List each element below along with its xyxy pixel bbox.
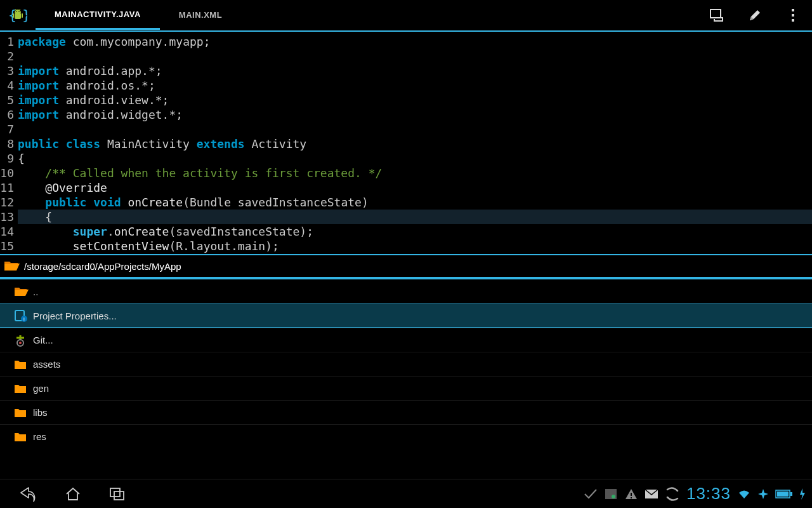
folder-open-up-icon: [14, 286, 33, 297]
tab-main-xml[interactable]: MAIN.XML: [160, 0, 241, 30]
svg-rect-29: [790, 492, 792, 496]
code-line[interactable]: super.onCreate(savedInstanceState);: [18, 224, 812, 239]
folder-icon: [14, 384, 33, 394]
svg-rect-21: [114, 491, 124, 500]
tree-item-git[interactable]: Git...: [0, 328, 812, 352]
app-icon[interactable]: { }: [0, 0, 36, 30]
spacer: [241, 0, 698, 30]
tree-item-gen[interactable]: gen: [0, 376, 812, 400]
system-navbar: 13:33: [0, 479, 812, 508]
tab-mainactivity-java[interactable]: MAINACTIVITY.JAVA: [36, 0, 160, 30]
svg-rect-10: [792, 9, 794, 11]
code-line[interactable]: import android.view.*;: [18, 93, 812, 107]
titlebar: { } MAINACTIVITY.JAVA MAIN.XML: [0, 0, 812, 30]
tree-item-label: libs: [33, 407, 48, 418]
tab-label: MAIN.XML: [179, 10, 222, 20]
code-line[interactable]: public void onCreate(Bundle savedInstanc…: [18, 195, 812, 210]
code-line[interactable]: /** Called when the activity is first cr…: [18, 166, 812, 180]
code-line[interactable]: package com.mycompany.myapp;: [18, 34, 812, 49]
recent-apps-button[interactable]: [95, 479, 140, 508]
clock: 13:33: [686, 484, 731, 504]
folder-icon: [14, 359, 33, 370]
status-area[interactable]: 13:33: [584, 484, 806, 504]
svg-point-23: [612, 495, 615, 498]
svg-rect-25: [631, 497, 632, 498]
code-line[interactable]: import android.app.*;: [18, 64, 812, 78]
tree-item-label: gen: [33, 383, 49, 394]
tree-item-label: assets: [33, 359, 60, 370]
tree-item-assets[interactable]: assets: [0, 352, 812, 376]
svg-text:}: }: [22, 7, 27, 23]
code-line[interactable]: @Override: [18, 180, 812, 195]
run-target-icon[interactable]: [698, 0, 736, 30]
overflow-menu-icon[interactable]: [774, 0, 812, 30]
git-icon: [14, 334, 33, 347]
code-line[interactable]: [18, 49, 812, 64]
folder-icon: [14, 408, 33, 418]
tree-item-libs[interactable]: libs: [0, 400, 812, 424]
path-text: /storage/sdcard0/AppProjects/MyApp: [24, 261, 181, 272]
folder-open-icon: [4, 260, 20, 272]
tree-item-label: Project Properties...: [33, 311, 117, 321]
warning-icon: [624, 488, 638, 500]
mail-icon: [645, 489, 658, 499]
svg-line-7: [20, 9, 21, 10]
home-button[interactable]: [51, 479, 95, 508]
tree-item-label: res: [33, 431, 46, 442]
file-tree[interactable]: ..iProject Properties...Git...assetsgenl…: [0, 277, 812, 479]
tree-item-[interactable]: ..: [0, 279, 812, 304]
code-line[interactable]: {: [18, 151, 812, 166]
svg-point-19: [19, 342, 22, 344]
svg-point-2: [16, 11, 17, 12]
code-line[interactable]: public class MainActivity extends Activi…: [18, 137, 812, 151]
code-line[interactable]: setContentView(R.layout.main);: [18, 239, 812, 253]
code-area[interactable]: package com.mycompany.myapp;import andro…: [18, 32, 812, 254]
tree-item-label: ..: [33, 286, 38, 297]
svg-rect-12: [792, 19, 794, 22]
path-bar[interactable]: /storage/sdcard0/AppProjects/MyApp: [0, 254, 812, 277]
checkmark-icon: [584, 488, 598, 500]
back-button[interactable]: [6, 479, 51, 508]
app-status-icon: [604, 488, 618, 500]
folder-icon: [14, 432, 33, 442]
airplane-mode-icon: [757, 488, 769, 500]
tree-item-res[interactable]: res: [0, 424, 812, 448]
svg-rect-1: [15, 13, 21, 19]
tree-item-label: Git...: [33, 335, 53, 345]
wifi-icon: [737, 488, 751, 500]
battery-icon: [775, 489, 793, 499]
properties-icon: i: [14, 309, 33, 322]
svg-rect-9: [710, 10, 721, 18]
code-line[interactable]: [18, 122, 812, 137]
code-line[interactable]: import android.widget.*;: [18, 107, 812, 122]
tab-label: MAINACTIVITY.JAVA: [55, 10, 141, 19]
code-line[interactable]: import android.os.*;: [18, 78, 812, 93]
svg-rect-24: [631, 493, 632, 496]
svg-text:i: i: [23, 316, 25, 322]
sync-icon: [665, 487, 680, 501]
svg-rect-20: [110, 488, 120, 497]
svg-rect-28: [777, 491, 789, 497]
svg-rect-4: [13, 13, 14, 18]
code-editor[interactable]: 123456789101112131415 package com.mycomp…: [0, 30, 812, 254]
svg-rect-11: [792, 14, 794, 17]
svg-point-3: [18, 11, 20, 12]
tree-item-project-properties[interactable]: iProject Properties...: [0, 304, 812, 328]
charging-icon: [799, 488, 806, 500]
code-line[interactable]: {: [18, 210, 812, 224]
line-number-gutter: 123456789101112131415: [0, 32, 18, 254]
edit-pencil-icon[interactable]: [736, 0, 774, 30]
